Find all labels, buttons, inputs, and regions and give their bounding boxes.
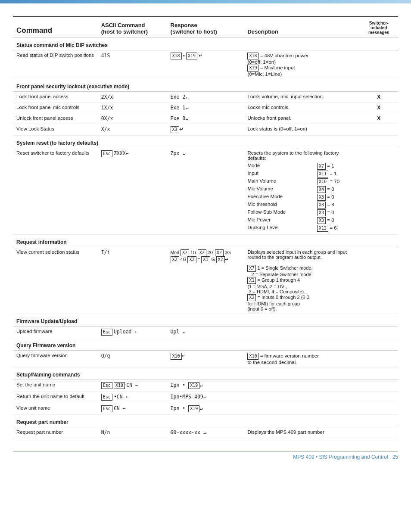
ascii-2xx: 2X/x — [98, 92, 167, 103]
table-row: View Lock Status X/x X3↵ Lock status is … — [13, 124, 398, 136]
desc-reset: Resets the system to the following facto… — [244, 148, 359, 235]
cmd-view-lock: View Lock Status — [13, 124, 98, 136]
kbd-x1: X1 — [201, 256, 210, 263]
desc-set-name — [244, 380, 359, 392]
resp-x3: X3↵ — [167, 124, 244, 136]
switcher-x2: X — [360, 103, 398, 113]
section-title-setup: Setup/Naming commands — [13, 367, 398, 380]
table-row: Reset switcher to factory defaults Esc Z… — [13, 148, 398, 235]
kbd-x7-mod: X7 — [181, 249, 189, 256]
desc-unlock-front: Unlocks front panel. — [244, 113, 359, 124]
desc-lock-mic: Locks mic controls. — [244, 103, 359, 113]
cmd-lock-mic: Lock front panel mic controls — [13, 103, 98, 113]
col-header-switcher: Switcher-initiatedmessages — [360, 17, 398, 38]
ascii-qq: Q/q — [98, 351, 167, 367]
table-row: Lock front panel access 2X/x Exe 2↵ Lock… — [13, 92, 398, 103]
desc-lock-front: Locks volume, mic, input selection. — [244, 92, 359, 103]
table-row: Lock front panel mic controls 1X/x Exe 1… — [13, 103, 398, 113]
desc-upload-fw — [244, 327, 359, 338]
kbd-x19-resp: X19 — [188, 382, 199, 389]
section-title-reset: System reset (to factory defaults) — [13, 136, 398, 148]
desc-req-part: Displays the MPS 409 part number — [244, 427, 359, 438]
top-bar — [0, 0, 411, 3]
page-content: Command ASCII Command(host to switcher) … — [0, 3, 411, 473]
kbd-x8-thresh: X8 — [317, 202, 326, 208]
cmd-req-part: Request part number — [13, 427, 98, 438]
kbd-esc3: Esc — [101, 382, 112, 389]
section-title-front: Front panel security lockout (executive … — [13, 79, 398, 92]
kbd-x7-mode: X7 — [317, 163, 326, 170]
switcher-empty10 — [360, 427, 398, 438]
resp-upl: Upl ↵ — [167, 327, 244, 338]
section-firmware: Firmware Update/Upload — [13, 314, 398, 327]
cmd-upload-fw: Upload firmware — [13, 327, 98, 338]
table-row: View current selection status I/i Mod X7… — [13, 247, 398, 314]
kbd-x18-desc: X18 — [247, 53, 258, 59]
kbd-x7-desc: X7 — [247, 265, 256, 272]
cmd-lock-front: Lock front panel access — [13, 92, 98, 103]
col-header-response: Response(switcher to host) — [167, 17, 244, 38]
kbd-esc1: Esc — [101, 150, 112, 157]
table-row: View unit name Esc CN ← Ipn • X19↵ — [13, 403, 398, 415]
resp-ipn-mps: Ipn•MPS-409↵ — [167, 392, 244, 403]
kbd-x2-desc: X2 — [247, 294, 256, 301]
kbd-x2-1g: X2 — [198, 249, 206, 256]
kbd-x4-mic: X4 — [317, 186, 326, 193]
cmd-reset-factory: Reset switcher to factory defaults — [13, 148, 98, 235]
ascii-1xx: 1X/x — [98, 103, 167, 113]
ascii-nn: N/n — [98, 427, 167, 438]
ascii-0xx: 0X/x — [98, 113, 167, 124]
resp-mod: Mod X7 1G X2 2G X2 3G X2 4G X2 = X1 G X2… — [167, 247, 244, 314]
ascii-esc-x19-cn: Esc X19 CN ← — [98, 380, 167, 392]
table-row: Query firmware version Q/q X10↵ X10 = fi… — [13, 351, 398, 367]
kbd-x2-3g: X2 — [171, 256, 179, 263]
cmd-query-fw: Query firmware version — [13, 351, 98, 367]
switcher-empty5 — [360, 327, 398, 338]
ascii-xx: X/x — [98, 124, 167, 136]
resp-exe0: Exe 0↵ — [167, 113, 244, 124]
resp-exe1: Exe 1↵ — [167, 103, 244, 113]
section-system-reset: System reset (to factory defaults) — [13, 136, 398, 148]
switcher-empty — [360, 50, 398, 79]
ascii-esc-cn: Esc CN ← — [98, 403, 167, 415]
cmd-read-dip: Read status of DIP switch positions — [13, 50, 98, 79]
table-row: Return the unit name to default Esc •CN … — [13, 392, 398, 403]
section-title-firmware: Firmware Update/Upload — [13, 314, 398, 327]
resp-x10: X10↵ — [167, 351, 244, 367]
kbd-x12-duck: X12 — [317, 225, 328, 232]
main-table: Command ASCII Command(host to switcher) … — [13, 16, 398, 438]
cmd-view-selection: View current selection status — [13, 247, 98, 314]
table-row: Request part number N/n 60-xxxx-xx ↵ Dis… — [13, 427, 398, 438]
desc-view-name — [244, 403, 359, 415]
resp-zpx: Zpx ↵ — [167, 148, 244, 235]
kbd-x3-follow: X3 — [317, 209, 326, 216]
cmd-unlock-front: Unlock front panel access — [13, 113, 98, 124]
ascii-ii: I/i — [98, 247, 167, 314]
resp-ipn-x19: Ipn • X19↵ — [167, 380, 244, 392]
switcher-empty7 — [360, 380, 398, 392]
cmd-return-name: Return the unit name to default — [13, 392, 98, 403]
desc-return-name — [244, 392, 359, 403]
switcher-empty6 — [360, 351, 398, 367]
ascii-esc-zxxx: Esc ZXXX← — [98, 148, 167, 235]
col-header-desc: Description — [244, 17, 359, 38]
section-request-info: Request information — [13, 235, 398, 247]
table-row: Unlock front panel access 0X/x Exe 0↵ Un… — [13, 113, 398, 124]
desc-x18x19: X18 = 48V phantom power (0=off, 1=on) X1… — [244, 50, 359, 79]
section-status-mic: Status command of Mic DIP switches — [13, 38, 398, 50]
cmd-set-name: Set the unit name — [13, 380, 98, 392]
kbd-x3-power: X3 — [317, 217, 326, 224]
section-title-req: Request information — [13, 235, 398, 247]
section-title-part: Request part number — [13, 415, 398, 427]
footer: MPS 409 • SIS Programming and Control 25 — [13, 451, 398, 460]
cmd-view-name: View unit name — [13, 403, 98, 415]
kbd-x2-g: X2 — [216, 256, 225, 263]
switcher-x3: X — [360, 113, 398, 124]
kbd-x1-desc: X1 — [247, 277, 256, 284]
section-part-number: Request part number — [13, 415, 398, 427]
switcher-empty3 — [360, 148, 398, 235]
resp-x18x19: X18 • X19 ↵ — [167, 50, 244, 79]
kbd-x11-input: X11 — [317, 171, 328, 177]
ascii-esc-dot-cn: Esc •CN ← — [98, 392, 167, 403]
switcher-x1: X — [360, 92, 398, 103]
